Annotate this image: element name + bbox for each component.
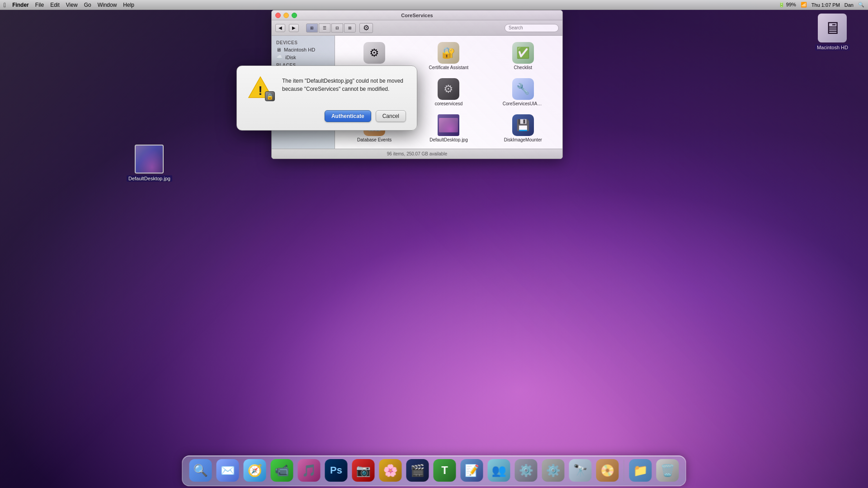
sidebar-item-idisk[interactable]: ☁️ iDisk	[272, 53, 335, 61]
macintosh-hd-icon: 🖥	[276, 47, 281, 52]
dock-item-finder[interactable]: 🔍	[188, 458, 213, 483]
csui-agent-label: CoreServicesUIAgent	[503, 101, 543, 106]
finder-item-csui-agent[interactable]: 🔧 CoreServicesUIAgent	[488, 76, 558, 108]
authenticate-button[interactable]: Authenticate	[325, 110, 371, 122]
dock-item-photoshop[interactable]: Ps	[324, 458, 349, 483]
defaultdesktop-icon	[438, 114, 459, 136]
menubar-wifi: 📶	[801, 2, 807, 8]
desktop-icon-image	[135, 145, 164, 174]
sidebar-item-macintosh-hd[interactable]: 🖥 Macintosh HD	[272, 46, 335, 53]
dock-item-facetime[interactable]: 📹	[269, 458, 295, 483]
cancel-button[interactable]: Cancel	[376, 110, 406, 122]
dock-item-iphoto[interactable]: 🌸	[378, 458, 403, 483]
window-close-button[interactable]	[275, 13, 281, 18]
cert-assistant-label: Certificate Assistant	[429, 65, 469, 70]
action-button[interactable]: ⚙	[359, 23, 373, 33]
coreservicesd-icon: ⚙	[438, 78, 459, 100]
dock-item-utilities[interactable]: ⚙️	[514, 458, 539, 483]
menubar-edit[interactable]: Edit	[50, 2, 60, 8]
finder-item-diskimagemounter[interactable]: 💾 DiskImageMounter	[488, 113, 558, 144]
finder-search-input[interactable]	[505, 24, 559, 32]
svg-text:!: !	[258, 84, 262, 98]
mac-hd-desktop-icon[interactable]: 🖥 Macintosh HD	[815, 14, 850, 51]
alert-buttons: Authenticate Cancel	[248, 110, 406, 122]
lock-badge-icon: 🔒	[265, 91, 275, 101]
dock-item-imovie[interactable]: 🎬	[405, 458, 430, 483]
menubar-time: Thu 1:07 PM	[811, 2, 840, 8]
alert-dialog: ! 🔒 The item "DefaultDesktop.jpg" could …	[236, 66, 417, 131]
menubar-user: Dan	[844, 2, 854, 8]
warning-icon-wrapper: ! 🔒	[248, 75, 273, 100]
forward-button[interactable]: ▶	[289, 24, 299, 32]
menubar-left:  Finder File Edit View Go Window Help	[4, 1, 134, 9]
menubar-right: 🔋 99% 📶 Thu 1:07 PM Dan 🔍	[778, 2, 864, 8]
default-desktop-icon[interactable]: DefaultDesktop.jpg	[127, 145, 172, 182]
dock-item-typora[interactable]: T	[432, 458, 458, 483]
window-minimize-button[interactable]	[283, 13, 289, 18]
finder-window-title: CoreServices	[401, 13, 433, 18]
menubar-go[interactable]: Go	[84, 2, 91, 8]
menubar-view[interactable]: View	[66, 2, 78, 8]
desktop:  Finder File Edit View Go Window Help 🔋…	[0, 0, 868, 488]
dock-item-folder[interactable]: 📁	[628, 458, 653, 483]
dock-item-trash[interactable]: 🗑️	[655, 458, 680, 483]
menubar-search[interactable]: 🔍	[858, 2, 864, 8]
checklist-icon: ✅	[512, 42, 534, 64]
dock-item-mail[interactable]: ✉️	[215, 458, 241, 483]
dock-item-dvd[interactable]: 📀	[595, 458, 620, 483]
alert-message-text1: The item "DefaultDesktop.jpg" could not …	[282, 78, 403, 84]
finder-toolbar: ◀ ▶ ⊞ ☰ ⊟ ⊠ ⚙	[272, 20, 562, 36]
desktop-icon-label: DefaultDesktop.jpg	[127, 175, 172, 182]
menubar-file[interactable]: File	[35, 2, 44, 8]
alert-content: ! 🔒 The item "DefaultDesktop.jpg" could …	[248, 75, 406, 102]
menubar-help[interactable]: Help	[123, 2, 134, 8]
dock-item-word[interactable]: 📝	[459, 458, 485, 483]
icon-view-button[interactable]: ⊞	[306, 23, 318, 33]
finder-item-defaultdesktop[interactable]: DefaultDesktop.jpg	[414, 113, 483, 144]
cert-assistant-icon: 🔐	[438, 42, 459, 64]
csui-agent-icon: 🔧	[512, 78, 534, 100]
menubar:  Finder File Edit View Go Window Help 🔋…	[0, 0, 868, 10]
mac-hd-icon-img: 🖥	[818, 14, 847, 42]
finder-item-checklist[interactable]: ✅ Checklist	[488, 40, 558, 72]
db-events-label: Database Events	[357, 137, 392, 142]
list-view-button[interactable]: ☰	[319, 23, 330, 33]
idisk-icon: ☁️	[276, 54, 283, 60]
column-view-button[interactable]: ⊟	[331, 23, 343, 33]
view-buttons: ⊞ ☰ ⊟ ⊠	[306, 23, 356, 33]
alert-message: The item "DefaultDesktop.jpg" could not …	[282, 75, 406, 102]
apple-menu[interactable]: 	[4, 1, 6, 9]
back-button[interactable]: ◀	[275, 24, 285, 32]
macintosh-hd-label: Macintosh HD	[284, 47, 315, 52]
defaultdesktop-label: DefaultDesktop.jpg	[429, 137, 468, 142]
menubar-battery: 🔋 99%	[778, 2, 796, 8]
menubar-window[interactable]: Window	[98, 2, 117, 8]
dock-item-photobooth[interactable]: 📷	[351, 458, 376, 483]
window-maximize-button[interactable]	[292, 13, 297, 18]
idisk-label: iDisk	[285, 55, 296, 60]
dock-item-addressbook[interactable]: 👥	[486, 458, 512, 483]
cacheserver-icon: ⚙	[363, 42, 385, 64]
menubar-finder[interactable]: Finder	[12, 2, 29, 8]
dock-separator	[624, 460, 624, 481]
diskimagemounter-icon: 💾	[512, 114, 534, 136]
finder-item-coreservicesd[interactable]: ⚙ coreservicesd	[414, 76, 483, 108]
dock: 🔍 ✉️ 🧭 📹 🎵 Ps 📷 🌸 🎬	[182, 455, 686, 486]
alert-message-text2: because "CoreServices" cannot be modifie…	[282, 86, 389, 92]
dock-item-safari[interactable]: 🧭	[242, 458, 268, 483]
mac-hd-label: Macintosh HD	[815, 44, 850, 51]
dock-item-itunes[interactable]: 🎵	[297, 458, 322, 483]
dock-item-preview[interactable]: 🔭	[568, 458, 593, 483]
status-text: 96 items, 250.07 GB available	[387, 151, 447, 156]
finder-item-cert-assistant[interactable]: 🔐 Certificate Assistant	[414, 40, 483, 72]
alert-icon-container: ! 🔒	[248, 75, 275, 102]
checklist-label: Checklist	[514, 65, 533, 70]
finder-statusbar: 96 items, 250.07 GB available	[272, 149, 562, 159]
finder-titlebar: CoreServices	[272, 10, 562, 20]
dock-item-systemprefs[interactable]: ⚙️	[541, 458, 566, 483]
cover-flow-button[interactable]: ⊠	[344, 23, 356, 33]
devices-header: DEVICES	[272, 38, 335, 46]
diskimagemounter-label: DiskImageMounter	[504, 137, 542, 142]
coreservicesd-label: coreservicesd	[435, 101, 463, 106]
